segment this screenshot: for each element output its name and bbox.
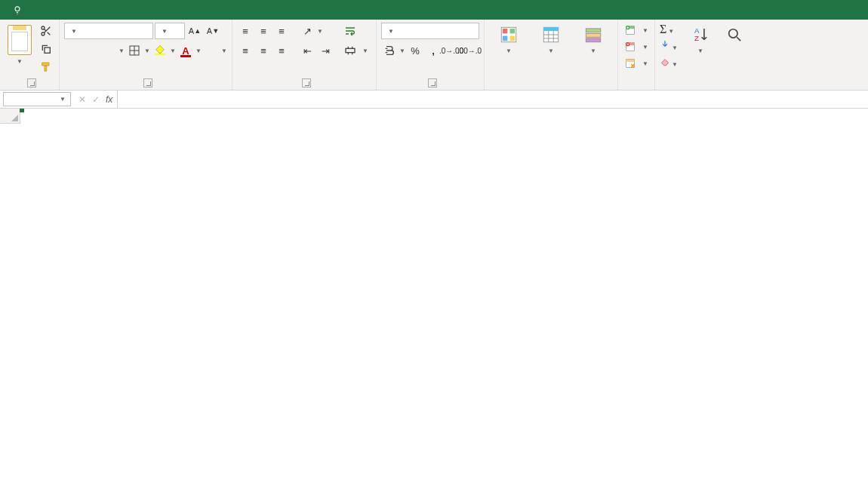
svg-rect-9 — [510, 29, 516, 34]
accept-formula-button[interactable]: ✓ — [92, 94, 100, 105]
svg-rect-5 — [155, 54, 165, 55]
cancel-formula-button[interactable]: ✕ — [78, 94, 86, 105]
menu-bar — [0, 0, 868, 20]
chevron-down-icon: ▼ — [642, 55, 648, 72]
chevron-down-icon: ▼ — [590, 48, 596, 54]
svg-rect-15 — [586, 33, 601, 37]
align-top-button[interactable]: ≡ — [237, 23, 254, 39]
clear-button[interactable]: ▼ — [660, 56, 678, 71]
insert-cells-button[interactable]: ▼ — [623, 23, 650, 38]
chevron-down-icon[interactable]: ▼ — [317, 23, 323, 39]
format-cells-button[interactable]: ▼ — [623, 56, 650, 71]
worksheet — [0, 109, 868, 494]
sort-filter-button[interactable]: AZ ▼ — [681, 23, 720, 72]
conditional-format-button[interactable]: ▼ — [489, 23, 528, 72]
chevron-down-icon[interactable]: ▼ — [170, 42, 176, 59]
table-icon — [541, 25, 561, 44]
copy-button[interactable] — [38, 41, 54, 57]
chevron-down-icon: ▼ — [71, 28, 77, 35]
dialog-launcher-icon[interactable] — [143, 78, 152, 87]
chevron-down-icon: ▼ — [60, 96, 66, 103]
formula-input[interactable] — [118, 91, 868, 108]
percent-button[interactable]: % — [407, 42, 423, 59]
paste-icon — [8, 25, 32, 55]
format-as-table-button[interactable]: ▼ — [531, 23, 571, 72]
search-icon — [725, 25, 744, 44]
decrease-font-button[interactable]: A▼ — [205, 23, 221, 39]
dialog-launcher-icon[interactable] — [27, 78, 36, 87]
border-button[interactable] — [126, 42, 143, 59]
align-middle-button[interactable]: ≡ — [255, 23, 272, 39]
delete-cells-button[interactable]: ▼ — [623, 39, 650, 54]
copy-icon — [40, 43, 52, 55]
svg-point-2 — [42, 32, 45, 35]
group-styles: ▼ ▼ ▼ — [485, 20, 618, 90]
chevron-down-icon[interactable]: ▼ — [399, 42, 405, 59]
decrease-decimal-button[interactable]: .00→.0 — [461, 42, 478, 59]
align-center-button[interactable]: ≡ — [255, 42, 272, 59]
increase-indent-button[interactable]: ⇥ — [317, 42, 334, 59]
brush-icon — [40, 61, 52, 73]
phonetic-button[interactable] — [203, 42, 220, 59]
fill-color-button[interactable] — [152, 42, 168, 59]
fill-button[interactable]: ▼ — [660, 39, 678, 54]
chevron-down-icon: ▼ — [668, 23, 674, 39]
cut-button[interactable] — [38, 23, 54, 39]
currency-icon — [383, 44, 396, 57]
ribbon: ▼ ▼ ▼ A▲ A▼ ▼ ▼ ▼ A▼ — [0, 20, 868, 91]
find-select-button[interactable] — [723, 23, 746, 72]
merge-center-button[interactable]: ▼ — [341, 42, 371, 59]
svg-rect-24 — [626, 60, 635, 62]
align-right-button[interactable]: ≡ — [273, 42, 290, 59]
autosum-button[interactable]: Σ▼ — [660, 23, 678, 38]
format-painter-button[interactable] — [38, 59, 54, 75]
chevron-down-icon: ▼ — [672, 39, 678, 56]
svg-rect-3 — [45, 48, 50, 53]
chevron-down-icon[interactable]: ▼ — [195, 42, 202, 59]
svg-rect-16 — [586, 38, 601, 42]
tell-me-search[interactable] — [12, 5, 27, 15]
italic-button[interactable] — [82, 42, 99, 59]
paste-button[interactable]: ▼ — [5, 23, 35, 72]
merge-icon — [344, 44, 356, 57]
select-all-corner[interactable] — [0, 109, 20, 124]
number-format-select[interactable]: ▼ — [381, 23, 479, 39]
scissors-icon — [40, 25, 52, 37]
fx-button[interactable]: fx — [106, 94, 112, 105]
chevron-down-icon: ▼ — [388, 28, 394, 35]
dialog-launcher-icon[interactable] — [302, 78, 311, 87]
group-alignment: ≡ ≡ ≡ ↗▼ ≡ ≡ ≡ ⇤ ⇥ — [232, 20, 377, 90]
chevron-down-icon[interactable]: ▼ — [221, 42, 227, 59]
chevron-down-icon[interactable]: ▼ — [144, 42, 150, 59]
formula-bar: ▼ ✕ ✓ fx — [0, 91, 868, 109]
eraser-icon — [660, 56, 670, 66]
chevron-down-icon: ▼ — [17, 58, 23, 65]
delete-icon — [624, 41, 636, 53]
chevron-down-icon[interactable]: ▼ — [119, 42, 125, 59]
bold-button[interactable] — [64, 42, 81, 59]
bucket-icon — [154, 44, 166, 57]
font-size-select[interactable]: ▼ — [155, 23, 185, 39]
accounting-format-button[interactable] — [381, 42, 398, 59]
cell-styles-button[interactable]: ▼ — [574, 23, 613, 72]
chevron-down-icon: ▼ — [672, 56, 678, 72]
increase-font-button[interactable]: A▲ — [186, 23, 203, 39]
svg-rect-8 — [503, 29, 508, 34]
svg-rect-11 — [510, 36, 516, 41]
align-left-button[interactable]: ≡ — [237, 42, 254, 59]
align-bottom-button[interactable]: ≡ — [273, 23, 290, 39]
font-color-button[interactable]: A — [177, 42, 194, 59]
group-clipboard: ▼ — [0, 20, 60, 90]
cell-styles-icon — [583, 25, 603, 44]
decrease-indent-button[interactable]: ⇤ — [299, 42, 315, 59]
chevron-down-icon: ▼ — [506, 48, 512, 54]
font-name-select[interactable]: ▼ — [64, 23, 153, 39]
svg-rect-13 — [543, 27, 559, 31]
name-box[interactable]: ▼ — [3, 92, 71, 106]
dialog-launcher-icon[interactable] — [428, 78, 437, 87]
orientation-button[interactable]: ↗ — [299, 23, 315, 39]
bulb-icon — [12, 5, 23, 15]
chevron-down-icon: ▼ — [162, 28, 168, 35]
underline-button[interactable] — [100, 42, 117, 59]
wrap-text-button[interactable] — [341, 23, 371, 39]
